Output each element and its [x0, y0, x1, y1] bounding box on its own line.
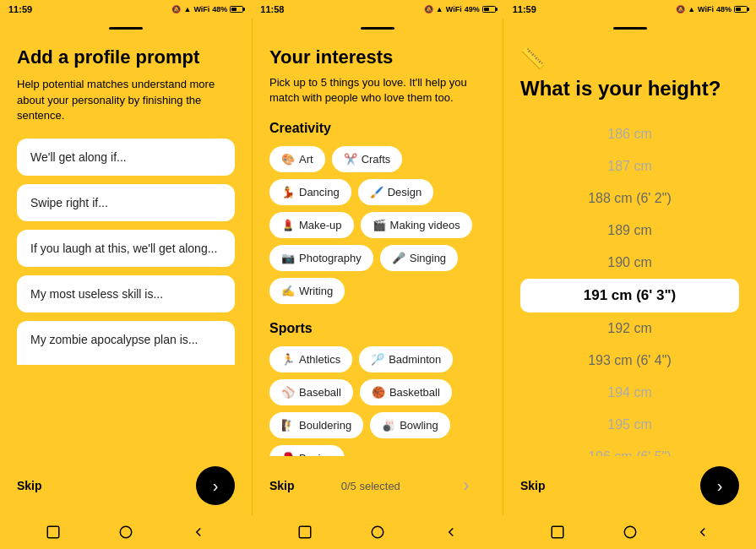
- height-190[interactable]: 190 cm: [520, 247, 739, 279]
- main-panels: Add a profile prompt Help potential matc…: [0, 19, 756, 515]
- panel-height: 📏 What is your height? 186 cm 187 cm 188…: [503, 19, 756, 515]
- panel1-subtitle: Help potential matches understand more a…: [17, 77, 235, 123]
- tag-design[interactable]: 🖌️Design: [358, 179, 433, 205]
- tag-basketball[interactable]: 🏀Basketball: [360, 379, 452, 405]
- nav-back-icon-1[interactable]: [189, 523, 208, 541]
- status-panel-1: 11:59 🔕 ▲ WiFi 48%: [0, 0, 252, 19]
- panel1-footer: Skip ›: [0, 456, 252, 515]
- panel2-footer: Skip 0/5 selected ›: [253, 456, 503, 515]
- tag-crafts[interactable]: ✂️Crafts: [332, 146, 403, 172]
- nav-panel-1: [0, 515, 252, 549]
- category-sports: Sports: [269, 321, 486, 336]
- tag-photography[interactable]: 📷Photography: [269, 245, 373, 271]
- tag-dancing[interactable]: 💃Dancing: [269, 179, 351, 205]
- ruler-icon: 📏: [520, 46, 739, 70]
- tag-art[interactable]: 🎨Art: [269, 146, 325, 172]
- status-panel-3: 11:59 🔕 ▲ WiFi 48%: [504, 0, 756, 19]
- nav-square-icon-1[interactable]: [44, 523, 63, 541]
- panel3-skip-button[interactable]: Skip: [520, 479, 546, 492]
- height-192[interactable]: 192 cm: [520, 313, 739, 345]
- time-3: 11:59: [513, 4, 536, 14]
- panel2-skip-button[interactable]: Skip: [269, 479, 295, 492]
- tag-writing[interactable]: ✍️Writing: [269, 278, 345, 304]
- nav-bar: [0, 515, 756, 549]
- tag-baseball[interactable]: ⚾Baseball: [269, 379, 353, 405]
- tag-bouldering[interactable]: 🧗Bouldering: [269, 412, 363, 438]
- tag-making-videos[interactable]: 🎬Making videos: [361, 212, 472, 238]
- prompt-item-3[interactable]: My most useless skill is...: [17, 275, 235, 313]
- progress-bar-2: [361, 27, 394, 30]
- prompt-item-0[interactable]: We'll get along if...: [17, 139, 235, 176]
- progress-bar-3: [613, 27, 647, 30]
- nav-square-icon-2[interactable]: [296, 523, 314, 541]
- height-194[interactable]: 194 cm: [520, 377, 739, 409]
- creativity-tags: 🎨Art ✂️Crafts 💃Dancing 🖌️Design 💄Make-up…: [269, 146, 486, 304]
- panel1-skip-button[interactable]: Skip: [17, 479, 42, 492]
- panel1-next-button[interactable]: ›: [196, 466, 235, 505]
- progress-bar-1: [109, 27, 143, 30]
- nav-back-icon-2[interactable]: [442, 523, 460, 541]
- nav-circle-icon-2[interactable]: [368, 523, 387, 541]
- status-icons-3: 🔕 ▲ WiFi 48%: [676, 5, 748, 14]
- panel2-next-arrow: ›: [463, 475, 469, 497]
- height-191[interactable]: 191 cm (6' 3"): [520, 279, 739, 313]
- time-1: 11:59: [8, 4, 32, 14]
- height-193[interactable]: 193 cm (6' 4"): [520, 345, 739, 377]
- nav-square-icon-3[interactable]: [548, 523, 567, 541]
- svg-rect-4: [552, 526, 563, 538]
- panel2-next-button[interactable]: ›: [447, 466, 486, 505]
- status-bar: 11:59 🔕 ▲ WiFi 48% 11:58 🔕 ▲ WiFi 49% 11…: [0, 0, 756, 19]
- interests-scroll[interactable]: Your interests Pick up to 5 things you l…: [253, 33, 503, 456]
- status-panel-2: 11:58 🔕 ▲ WiFi 49%: [252, 0, 503, 19]
- tag-singing[interactable]: 🎤Singing: [380, 245, 458, 271]
- prompt-list: We'll get along if... Swipe right if... …: [17, 139, 235, 365]
- nav-circle-icon-3[interactable]: [621, 523, 639, 541]
- panel1-title: Add a profile prompt: [17, 46, 235, 68]
- panel2-subtitle: Pick up to 5 things you love. It'll help…: [269, 75, 486, 106]
- svg-point-5: [624, 526, 636, 538]
- panel3-footer: Skip ›: [503, 456, 756, 515]
- tag-bowling[interactable]: 🎳Bowling: [370, 412, 450, 438]
- height-188[interactable]: 188 cm (6' 2"): [520, 182, 739, 215]
- panel1-next-arrow: ›: [213, 476, 219, 496]
- height-195[interactable]: 195 cm: [520, 409, 739, 441]
- prompt-item-2[interactable]: If you laugh at this, we'll get along...: [17, 230, 235, 267]
- tag-makeup[interactable]: 💄Make-up: [269, 212, 354, 238]
- height-list: 186 cm 187 cm 188 cm (6' 2") 189 cm 190 …: [520, 118, 739, 456]
- prompt-item-1[interactable]: Swipe right if...: [17, 184, 235, 221]
- svg-rect-2: [300, 526, 312, 538]
- panel3-next-arrow: ›: [717, 476, 723, 496]
- selected-count: 0/5 selected: [341, 480, 400, 492]
- time-2: 11:58: [260, 4, 284, 14]
- battery-icon-3: [734, 6, 748, 13]
- tag-athletics[interactable]: 🏃Athletics: [269, 346, 352, 372]
- height-187[interactable]: 187 cm: [520, 150, 739, 182]
- height-196[interactable]: 196 cm (6' 5"): [520, 441, 739, 456]
- panel-interests: Your interests Pick up to 5 things you l…: [252, 19, 503, 515]
- panel3-title: What is your height?: [520, 77, 739, 101]
- battery-icon-2: [482, 6, 496, 13]
- nav-panel-2: [252, 515, 503, 549]
- tag-boxing[interactable]: 🥊Boxing: [269, 445, 345, 456]
- nav-back-icon-3[interactable]: [693, 523, 712, 541]
- panel-add-prompt: Add a profile prompt Help potential matc…: [0, 19, 252, 515]
- prompt-item-4[interactable]: My zombie apocalypse plan is...: [17, 321, 235, 365]
- nav-panel-3: [504, 515, 756, 549]
- nav-circle-icon-1[interactable]: [117, 523, 135, 541]
- tag-badminton[interactable]: 🏸Badminton: [359, 346, 453, 372]
- height-186[interactable]: 186 cm: [520, 118, 739, 150]
- panel3-next-button[interactable]: ›: [700, 466, 739, 505]
- status-icons-2: 🔕 ▲ WiFi 49%: [424, 5, 496, 14]
- svg-point-3: [373, 526, 384, 538]
- category-creativity: Creativity: [269, 121, 486, 136]
- svg-point-1: [120, 526, 132, 538]
- sports-tags: 🏃Athletics 🏸Badminton ⚾Baseball 🏀Basketb…: [269, 346, 486, 456]
- height-189[interactable]: 189 cm: [520, 215, 739, 247]
- svg-rect-0: [47, 526, 59, 538]
- battery-icon-1: [230, 6, 243, 13]
- panel2-title: Your interests: [269, 46, 486, 68]
- status-icons-1: 🔕 ▲ WiFi 48%: [171, 5, 243, 14]
